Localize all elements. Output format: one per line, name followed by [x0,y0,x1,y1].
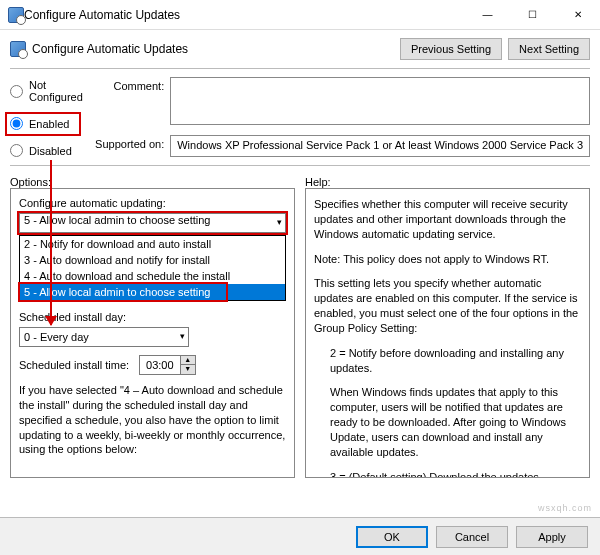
state-radios: Not Configured Enabled Disabled [10,77,94,157]
spinner-buttons: ▲ ▼ [180,356,195,374]
comment-row: Comment: [94,77,590,125]
sched-time-label: Scheduled install time: [19,359,129,371]
help-p1: Specifies whether this computer will rec… [314,197,581,242]
next-setting-button[interactable]: Next Setting [508,38,590,60]
state-section: Not Configured Enabled Disabled Comment:… [0,73,600,161]
help-panel[interactable]: Specifies whether this computer will rec… [305,188,590,478]
policy-title: Configure Automatic Updates [32,42,394,56]
radio-disabled-label: Disabled [29,145,72,157]
configure-updating-label: Configure automatic updating: [19,197,286,209]
close-button[interactable]: ✕ [555,0,600,29]
help-p2: Note: This policy does not apply to Wind… [314,252,581,267]
radio-not-configured[interactable]: Not Configured [10,79,94,103]
cancel-button[interactable]: Cancel [436,526,508,548]
minimize-button[interactable]: — [465,0,510,29]
supported-label: Supported on: [94,135,164,150]
watermark: wsxqh.com [538,503,592,513]
window-title: Configure Automatic Updates [24,8,465,22]
dialog-footer: OK Cancel Apply [0,517,600,555]
sched-time-value: 03:00 [140,359,180,371]
previous-setting-button[interactable]: Previous Setting [400,38,502,60]
meta-column: Comment: Supported on: Windows XP Profes… [94,77,590,157]
divider [10,165,590,166]
help-p6: 3 = (Default setting) Download the updat… [314,470,581,478]
app-icon [8,7,24,23]
spin-up-icon[interactable]: ▲ [181,356,195,365]
dropdown-item-5[interactable]: 5 - Allow local admin to choose setting [20,284,285,300]
radio-enabled-label: Enabled [29,118,69,130]
comment-label: Comment: [94,77,164,92]
configure-updating-dropdown[interactable]: 2 - Notify for download and auto install… [19,235,286,301]
configure-updating-select[interactable]: 5 - Allow local admin to choose setting [19,213,286,233]
radio-not-configured-label: Not Configured [29,79,94,103]
dropdown-item-3[interactable]: 3 - Auto download and notify for install [20,252,285,268]
radio-disabled-input[interactable] [10,144,23,157]
help-p5: When Windows finds updates that apply to… [314,385,581,459]
options-footnote: If you have selected "4 – Auto download … [19,383,286,457]
radio-enabled-input[interactable] [10,117,23,130]
help-heading: Help: [305,176,590,188]
ok-button[interactable]: OK [356,526,428,548]
sched-time-spinner[interactable]: 03:00 ▲ ▼ [139,355,196,375]
panels: Configure automatic updating: 5 - Allow … [0,188,600,478]
dropdown-item-2[interactable]: 2 - Notify for download and auto install [20,236,285,252]
sched-day-block: Scheduled install day: 0 - Every day ▾ [19,311,286,347]
configure-updating-select-wrap: 5 - Allow local admin to choose setting … [19,213,286,233]
titlebar: Configure Automatic Updates — ☐ ✕ [0,0,600,30]
help-p4: 2 = Notify before downloading and instal… [314,346,581,376]
spin-down-icon[interactable]: ▼ [181,365,195,374]
sched-day-label: Scheduled install day: [19,311,286,323]
header-row: Configure Automatic Updates Previous Set… [0,30,600,64]
dropdown-item-4[interactable]: 4 - Auto download and schedule the insta… [20,268,285,284]
divider [10,68,590,69]
maximize-button[interactable]: ☐ [510,0,555,29]
apply-button[interactable]: Apply [516,526,588,548]
supported-text: Windows XP Professional Service Pack 1 o… [170,135,590,157]
radio-disabled[interactable]: Disabled [10,144,94,157]
radio-enabled[interactable]: Enabled [10,117,94,130]
options-panel: Configure automatic updating: 5 - Allow … [10,188,295,478]
window-controls: — ☐ ✕ [465,0,600,29]
sched-day-select[interactable]: 0 - Every day [19,327,189,347]
policy-icon [10,41,26,57]
options-heading: Options: [10,176,295,188]
help-p3: This setting lets you specify whether au… [314,276,581,335]
sched-time-row: Scheduled install time: 03:00 ▲ ▼ [19,355,286,375]
radio-not-configured-input[interactable] [10,85,23,98]
supported-row: Supported on: Windows XP Professional Se… [94,135,590,157]
split-labels: Options: Help: [0,170,600,188]
comment-textarea[interactable] [170,77,590,125]
